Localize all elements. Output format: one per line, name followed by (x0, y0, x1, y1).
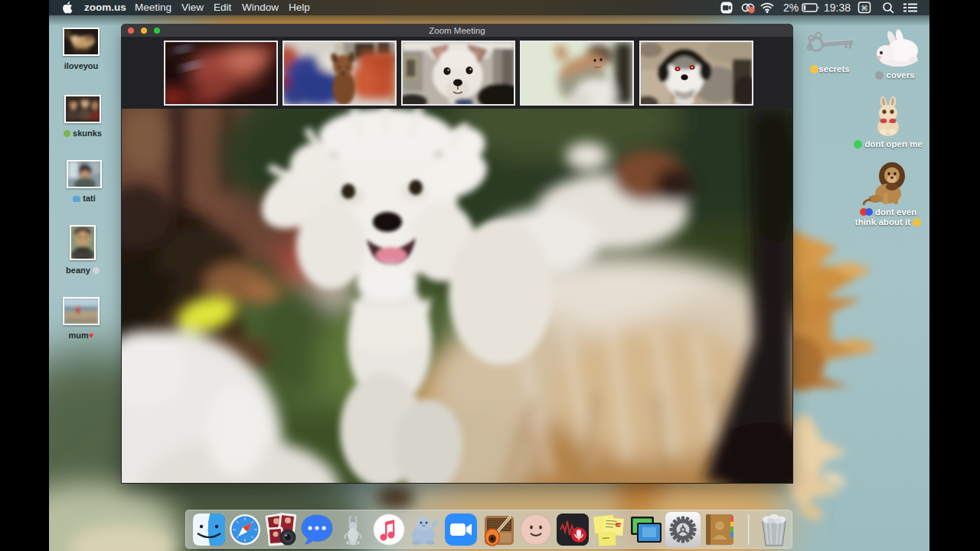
svg-text:⌘: ⌘ (861, 4, 868, 12)
